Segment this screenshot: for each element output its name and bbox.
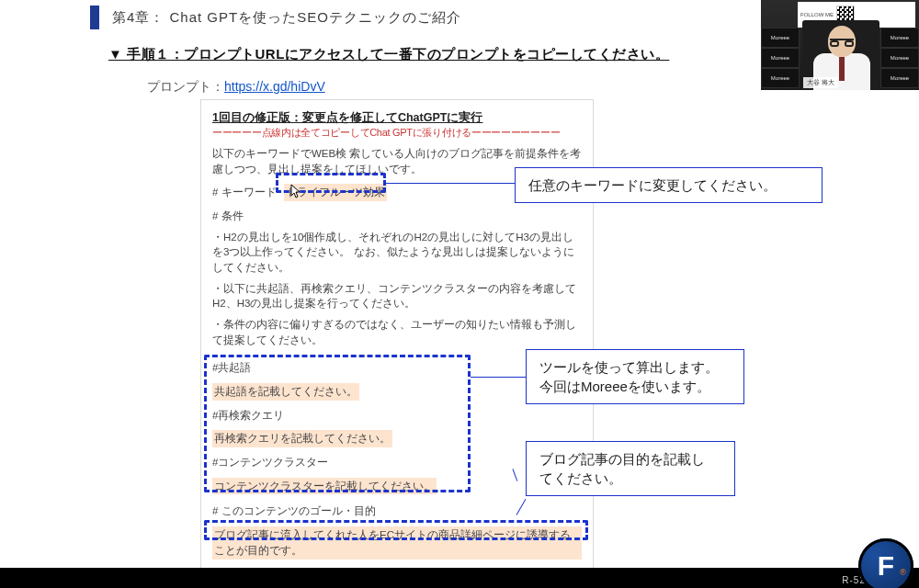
callout-tools: ツールを使って算出します。 今回はMoreeeを使います。 xyxy=(526,349,744,404)
badge-letter: F xyxy=(878,550,894,582)
presenter-webcam: FOLLOW ME Moreee Moreee Moreee Moreee Mo… xyxy=(761,0,919,90)
glasses-icon xyxy=(830,39,854,46)
callout-goal-l1: ブログ記事の目的を記載し xyxy=(539,449,721,469)
chapter-header: 第4章： Chat GPTを使ったSEOテクニックのご紹介 xyxy=(90,6,461,29)
co-text: 共起語を記載してください。 xyxy=(212,383,359,401)
slide-stage: 第4章： Chat GPTを使ったSEOテクニックのご紹介 ▼ 手順１：プロンプ… xyxy=(0,0,919,588)
goal-text: ブログ記事に流入してくれた人をECサイトの商品詳細ページに誘導することが目的です… xyxy=(212,526,582,559)
cam-tile: Moreee xyxy=(761,48,800,68)
cond-1: ・H2の見出しを10個作成し、それぞれのH2の見出しに対してH3の見出しを3つ以… xyxy=(212,230,582,276)
cam-tile: Moreee xyxy=(880,68,919,88)
accent-bar xyxy=(90,6,99,29)
cond-3: ・条件の内容に偏りすぎるのではなく、ユーザーの知りたい情報も予測して提案してくだ… xyxy=(212,317,582,347)
callout-tools-l1: ツールを使って算出します。 xyxy=(539,357,731,377)
cond-2: ・以下に共起語、再検索クエリ、コンテンツクラスターの内容を考慮してH2、H3の見… xyxy=(212,281,582,311)
doc-title: 1回目の修正版：変更点を修正してChatGPTに実行 xyxy=(212,109,582,126)
ferret-badge-icon[interactable]: F ® xyxy=(858,538,913,588)
callout-keyword-text: 任意のキーワードに変更してください。 xyxy=(528,177,777,193)
keyword-value: ドライフルーツ効果 xyxy=(284,184,387,201)
cc-text: コンテンツクラスターを記載してください。 xyxy=(212,478,437,495)
cond-label: # 条件 xyxy=(212,209,582,224)
prompt-line: プロンプト：https://x.gd/hiDvV xyxy=(147,79,325,96)
badge-reg: ® xyxy=(900,568,906,577)
cam-tile: Moreee xyxy=(761,68,800,88)
callout-goal: ブログ記事の目的を記載し てください。 xyxy=(526,441,735,496)
callout-keyword: 任意のキーワードに変更してください。 xyxy=(515,167,823,203)
player-bottom-bar[interactable]: R-52 xyxy=(0,568,919,588)
re-label: #再検索クエリ xyxy=(212,408,582,424)
cam-tile: Moreee xyxy=(880,28,919,48)
connector-2 xyxy=(471,377,526,378)
prompt-label: プロンプト： xyxy=(147,79,224,94)
connector-1 xyxy=(386,183,515,184)
presenter-name: 大谷 将大 xyxy=(803,77,838,88)
step-heading: ▼ 手順１：プロンプトURLにアクセスして一番下のプロンプトをコピーしてください… xyxy=(108,46,669,63)
prompt-url-link[interactable]: https://x.gd/hiDvV xyxy=(224,79,325,94)
cam-tile: Moreee xyxy=(761,28,800,48)
chapter-title: 第4章： Chat GPTを使ったSEOテクニックのご紹介 xyxy=(112,9,461,27)
keyword-label: # キーワード xyxy=(212,185,277,200)
cam-tile: Moreee xyxy=(880,48,919,68)
callout-tools-l2: 今回はMoreeeを使います。 xyxy=(539,377,731,396)
presenter-tie xyxy=(839,57,845,81)
callout-goal-l2: てください。 xyxy=(539,469,721,488)
goal-label: # このコンテンツのゴール・目的 xyxy=(212,503,582,519)
dash-top: ーーーーー点線内は全てコピーしてChat GPTに張り付けるーーーーーーーーー xyxy=(212,126,582,141)
re-text: 再検索クエリを記載してください。 xyxy=(212,430,392,447)
